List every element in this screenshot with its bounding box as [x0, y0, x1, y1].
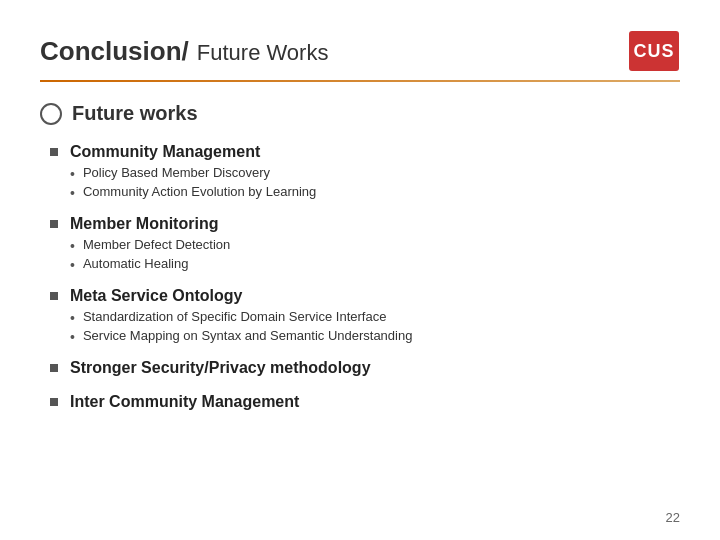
- sub-dot-icon: •: [70, 329, 75, 345]
- bullet-title-security: Stronger Security/Privacy methodology: [70, 359, 371, 377]
- bullet-content: Meta Service Ontology • Standardization …: [70, 287, 412, 347]
- title-area: Conclusion/ Future Works: [40, 36, 328, 67]
- logo-box: CUS: [629, 31, 679, 71]
- sub-dot-icon: •: [70, 185, 75, 201]
- bullet-meta-service: Meta Service Ontology • Standardization …: [50, 287, 680, 347]
- bullet-content: Inter Community Management: [70, 393, 299, 415]
- content-area: Community Management • Policy Based Memb…: [40, 143, 680, 415]
- title-bold: Conclusion/: [40, 36, 189, 67]
- sub-bullet-4: • Automatic Healing: [70, 256, 230, 273]
- bullet-content: Community Management • Policy Based Memb…: [70, 143, 316, 203]
- sub-text-6: Service Mapping on Syntax and Semantic U…: [83, 328, 413, 343]
- section-header: Future works: [40, 102, 680, 125]
- page-number: 22: [666, 510, 680, 525]
- bullet-member-monitoring: Member Monitoring • Member Defect Detect…: [50, 215, 680, 275]
- sub-text-1: Policy Based Member Discovery: [83, 165, 270, 180]
- bullet-square-icon: [50, 220, 58, 228]
- title-normal: Future Works: [197, 40, 329, 66]
- slide: Conclusion/ Future Works CUS Future work…: [0, 0, 720, 540]
- sub-dot-icon: •: [70, 238, 75, 254]
- circle-icon: [40, 103, 62, 125]
- bullet-title-monitoring: Member Monitoring: [70, 215, 230, 233]
- sub-text-5: Standardization of Specific Domain Servi…: [83, 309, 387, 324]
- section-title: Future works: [72, 102, 198, 125]
- header-divider: [40, 80, 680, 82]
- sub-bullet-3: • Member Defect Detection: [70, 237, 230, 254]
- sub-text-4: Automatic Healing: [83, 256, 189, 271]
- sub-bullet-1: • Policy Based Member Discovery: [70, 165, 316, 182]
- bullet-title-community: Community Management: [70, 143, 316, 161]
- sub-dot-icon: •: [70, 257, 75, 273]
- bullet-inter-community: Inter Community Management: [50, 393, 680, 415]
- bullet-content: Member Monitoring • Member Defect Detect…: [70, 215, 230, 275]
- bullet-square-icon: [50, 398, 58, 406]
- bullet-stronger-security: Stronger Security/Privacy methodology: [50, 359, 680, 381]
- header: Conclusion/ Future Works CUS: [40, 30, 680, 72]
- bullet-title-meta: Meta Service Ontology: [70, 287, 412, 305]
- logo: CUS: [628, 30, 680, 72]
- bullet-title-inter: Inter Community Management: [70, 393, 299, 411]
- sub-dot-icon: •: [70, 166, 75, 182]
- sub-bullet-6: • Service Mapping on Syntax and Semantic…: [70, 328, 412, 345]
- sub-text-2: Community Action Evolution by Learning: [83, 184, 316, 199]
- sub-bullet-2: • Community Action Evolution by Learning: [70, 184, 316, 201]
- sub-dot-icon: •: [70, 310, 75, 326]
- bullet-square-icon: [50, 364, 58, 372]
- sub-bullet-5: • Standardization of Specific Domain Ser…: [70, 309, 412, 326]
- bullet-square-icon: [50, 292, 58, 300]
- bullet-community-management: Community Management • Policy Based Memb…: [50, 143, 680, 203]
- sub-text-3: Member Defect Detection: [83, 237, 230, 252]
- bullet-square-icon: [50, 148, 58, 156]
- bullet-content: Stronger Security/Privacy methodology: [70, 359, 371, 381]
